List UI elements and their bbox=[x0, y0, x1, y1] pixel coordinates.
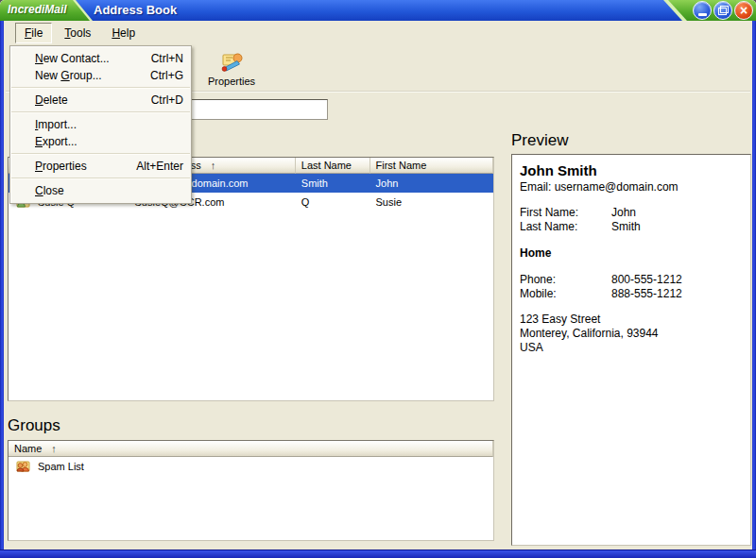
menu-tools[interactable]: Tools bbox=[56, 24, 99, 42]
file-menu-dropdown: New Contact... Ctrl+N New Group... Ctrl+… bbox=[9, 45, 192, 204]
incredimail-logo: IncrediMail bbox=[0, 0, 93, 21]
minimize-icon bbox=[698, 13, 707, 16]
menu-item-label: Properties bbox=[35, 158, 87, 175]
menu-item-new-group[interactable]: New Group... Ctrl+G bbox=[10, 67, 191, 84]
properties-toolbar-button[interactable]: Properties bbox=[197, 46, 266, 90]
window-border-left bbox=[0, 19, 4, 558]
menu-item-label: Import... bbox=[35, 116, 77, 133]
preview-section-home: Home bbox=[520, 246, 743, 261]
close-icon: × bbox=[740, 2, 747, 19]
sort-ascending-icon: ↑ bbox=[51, 443, 57, 454]
menu-separator bbox=[11, 87, 190, 89]
menu-item-shortcut: Ctrl+G bbox=[150, 67, 183, 84]
column-header-first-name[interactable]: First Name bbox=[370, 158, 493, 174]
menu-item-shortcut: Ctrl+N bbox=[151, 50, 183, 67]
menu-item-shortcut: Alt+Enter bbox=[136, 158, 183, 175]
preview-mobile: Mobile:888-555-1212 bbox=[520, 287, 743, 301]
preview-email-line: Email: username@domain.com bbox=[520, 180, 743, 194]
window-title: Address Book bbox=[94, 0, 177, 21]
menu-item-label: New Contact... bbox=[35, 50, 110, 67]
properties-icon bbox=[219, 49, 245, 74]
menu-item-close[interactable]: Close bbox=[10, 182, 191, 199]
window-border-bottom bbox=[0, 550, 756, 558]
groups-header-row: Name↑ bbox=[9, 441, 493, 457]
groups-list: Name↑ Spam List bbox=[8, 440, 494, 541]
menu-item-label: Export... bbox=[35, 133, 77, 150]
restore-button[interactable] bbox=[713, 1, 732, 20]
groups-heading: Groups bbox=[8, 416, 60, 435]
preview-pane: John Smith Email: username@domain.com Fi… bbox=[511, 154, 751, 546]
address-book-window: Address Book IncrediMail × File Tools He… bbox=[0, 0, 756, 558]
restore-icon bbox=[718, 6, 729, 15]
incredimail-logo-text: IncrediMail bbox=[0, 0, 93, 20]
minimize-button[interactable] bbox=[693, 1, 712, 20]
contact-first-name: Susie bbox=[370, 193, 493, 211]
menu-item-delete[interactable]: Delete Ctrl+D bbox=[10, 92, 191, 109]
menu-item-shortcut: Ctrl+D bbox=[151, 92, 183, 109]
preview-phone: Phone:800-555-1212 bbox=[520, 273, 743, 287]
preview-address-line3: USA bbox=[520, 341, 743, 355]
menu-separator bbox=[11, 178, 190, 179]
preview-address-line2: Monterey, California, 93944 bbox=[520, 327, 743, 341]
menu-item-label: New Group... bbox=[35, 67, 102, 84]
preview-contact-name: John Smith bbox=[520, 161, 743, 180]
contact-last-name: Q bbox=[296, 193, 370, 211]
title-bar[interactable]: Address Book IncrediMail × bbox=[0, 0, 756, 21]
menu-separator bbox=[11, 111, 190, 113]
preview-email-value: username@domain.com bbox=[555, 180, 679, 194]
menu-item-label: Delete bbox=[35, 92, 68, 109]
menu-help[interactable]: Help bbox=[103, 24, 144, 42]
menu-separator bbox=[11, 153, 190, 155]
menu-item-import[interactable]: Import... bbox=[10, 116, 191, 133]
preview-heading: Preview bbox=[511, 131, 568, 150]
window-controls: × bbox=[693, 1, 753, 20]
menu-item-new-contact[interactable]: New Contact... Ctrl+N bbox=[10, 50, 191, 67]
group-icon bbox=[16, 459, 31, 474]
menu-item-label: Close bbox=[35, 182, 64, 199]
preview-first-name: First Name:John bbox=[520, 206, 743, 220]
column-header-group-name[interactable]: Name↑ bbox=[9, 441, 493, 457]
preview-address-line1: 123 Easy Street bbox=[520, 313, 743, 327]
group-name: Spam List bbox=[38, 457, 84, 476]
column-header-last-name[interactable]: Last Name bbox=[296, 158, 370, 174]
menu-item-export[interactable]: Export... bbox=[10, 133, 191, 150]
close-button[interactable]: × bbox=[734, 1, 753, 20]
preview-last-name: Last Name:Smith bbox=[520, 220, 743, 234]
properties-button-label: Properties bbox=[208, 76, 255, 87]
menu-item-properties[interactable]: Properties Alt+Enter bbox=[10, 158, 191, 175]
contact-last-name: Smith bbox=[296, 174, 370, 193]
menu-file[interactable]: File bbox=[15, 23, 52, 43]
contact-first-name: John bbox=[370, 174, 493, 193]
window-border-right bbox=[752, 19, 756, 558]
sort-ascending-icon: ↑ bbox=[211, 160, 216, 171]
menu-bar: File Tools Help bbox=[4, 21, 752, 45]
group-row-spam-list[interactable]: Spam List bbox=[9, 457, 493, 476]
